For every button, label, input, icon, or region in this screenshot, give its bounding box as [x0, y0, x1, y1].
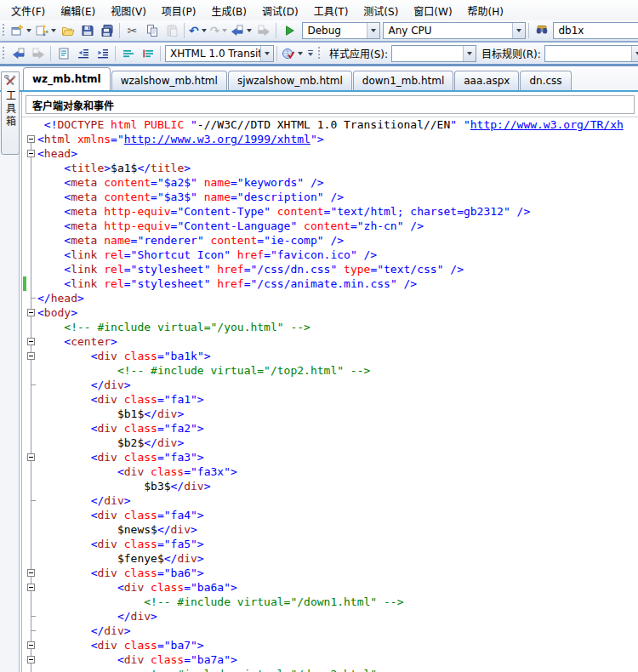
toolbar-overflow-button[interactable]	[305, 45, 316, 62]
menu-item-8[interactable]: 测试(S)	[356, 1, 406, 20]
code-line-20[interactable]: <div class="fa1">	[22, 392, 638, 407]
menu-item-1[interactable]: 文件(F)	[3, 1, 53, 20]
code-line-5[interactable]: <meta content="$a2$" name="keywords" />	[22, 175, 638, 190]
code-line-31[interactable]: $fenye$</div>	[22, 551, 638, 566]
paste-button[interactable]	[162, 21, 181, 40]
code-line-30[interactable]: <div class="fa5">	[22, 537, 638, 551]
navigate-backward-button[interactable]	[9, 44, 28, 63]
find-combo[interactable]: db1x	[553, 22, 638, 39]
tab-dn.css[interactable]: dn.css	[520, 71, 571, 90]
decrease-indent-button[interactable]	[73, 44, 93, 63]
toolbar-grip[interactable]	[2, 24, 6, 37]
code-line-17[interactable]: <div class="ba1k">	[22, 349, 638, 363]
code-line-36[interactable]: </div>	[22, 624, 638, 638]
tab-wz_mb.html[interactable]: wz_mb.html	[23, 67, 111, 90]
chevron-down-icon[interactable]	[631, 46, 638, 61]
menu-item-10[interactable]: 帮助(H)	[460, 1, 511, 20]
code-line-27[interactable]: </div>	[22, 493, 638, 508]
new-project-button[interactable]	[9, 21, 33, 40]
collapse-region-icon[interactable]	[27, 453, 35, 461]
code-line-23[interactable]: $b2$</div>	[22, 436, 638, 450]
code-line-19[interactable]: </div>	[22, 378, 638, 392]
code-line-21[interactable]: $b1$</div>	[22, 407, 638, 421]
code-line-11[interactable]: <link rel="stylesheet" href="/css/dn.css…	[22, 262, 638, 276]
code-line-14[interactable]: <body>	[22, 305, 638, 320]
code-editor[interactable]: <!DOCTYPE html PUBLIC "-//W3C//DTD XHTML…	[22, 117, 638, 672]
navigate-forward-button[interactable]	[253, 21, 273, 40]
code-line-29[interactable]: $news$</div>	[22, 522, 638, 537]
code-line-8[interactable]: <meta http-equiv="Content-Language" cont…	[22, 219, 638, 233]
menu-item-9[interactable]: 窗口(W)	[406, 1, 459, 20]
collapse-region-icon[interactable]	[27, 352, 35, 360]
code-line-38[interactable]: <div class="ba7a">	[22, 652, 638, 667]
code-line-6[interactable]: <meta content="$a3$" name="description" …	[22, 190, 638, 204]
chevron-down-icon[interactable]	[367, 23, 379, 38]
collapse-region-icon[interactable]	[27, 150, 35, 157]
sidebar-item-toolbox[interactable]: 工具箱	[1, 71, 20, 155]
tab-wzalshow_mb.html[interactable]: wzalshow_mb.html	[111, 71, 227, 90]
toolbar-grip[interactable]	[317, 47, 322, 60]
collapse-region-icon[interactable]	[27, 656, 35, 663]
collapse-region-icon[interactable]	[27, 309, 35, 316]
menu-item-6[interactable]: 调试(D)	[254, 1, 306, 20]
copy-button[interactable]	[142, 21, 162, 40]
code-line-12[interactable]: <link rel="stylesheet" href="/css/animat…	[22, 276, 638, 291]
tab-down1_mb.html[interactable]: down1_mb.html	[353, 71, 453, 90]
code-line-10[interactable]: <link rel="Shortcut Icon" href="favicon.…	[22, 248, 638, 262]
code-line-32[interactable]: <div class="ba6">	[22, 566, 638, 580]
uncomment-selection-button[interactable]	[138, 44, 157, 63]
toolbar-grip[interactable]	[2, 47, 6, 60]
code-line-15[interactable]: <!-- #include virtual="/you.html" -->	[22, 320, 638, 334]
code-line-28[interactable]: <div class="fa4">	[22, 508, 638, 522]
code-line-1[interactable]: <!DOCTYPE html PUBLIC "-//W3C//DTD XHTML…	[22, 117, 638, 132]
style-apply-combo[interactable]	[391, 45, 476, 62]
menu-item-4[interactable]: 项目(P)	[154, 1, 204, 20]
undo-button[interactable]: ↶	[187, 21, 208, 40]
chevron-down-icon[interactable]	[463, 46, 476, 61]
doctype-combo[interactable]: XHTML 1.0 Transitic	[165, 45, 274, 62]
menu-item-7[interactable]: 工具(T)	[306, 1, 356, 20]
client-objects-events-dropdown[interactable]: 客户端对象和事件	[26, 98, 114, 112]
redo-button[interactable]: ↷	[208, 21, 230, 40]
format-document-button[interactable]	[54, 44, 73, 63]
find-button[interactable]	[532, 21, 551, 40]
code-line-3[interactable]: <head>	[22, 146, 638, 161]
code-line-16[interactable]: <center>	[22, 334, 638, 349]
collapse-region-icon[interactable]	[27, 338, 35, 345]
comment-selection-button[interactable]	[118, 44, 138, 63]
collapse-region-icon[interactable]	[27, 641, 35, 649]
cut-button[interactable]: ✂	[122, 21, 142, 40]
code-line-7[interactable]: <meta http-equiv="Content-Type" content=…	[22, 204, 638, 219]
open-file-button[interactable]	[58, 21, 77, 40]
code-line-4[interactable]: <title>$a1$</title>	[22, 161, 638, 175]
add-new-item-button[interactable]	[33, 21, 58, 40]
solution-platform-combo[interactable]: Any CPU	[383, 22, 526, 39]
tab-sjwzalshow_mb.html[interactable]: sjwzalshow_mb.html	[228, 71, 352, 90]
chevron-down-icon[interactable]	[260, 46, 273, 61]
code-line-39[interactable]: <!-- #include virtual="/down2.html" -->	[22, 667, 638, 672]
target-rule-combo[interactable]	[544, 45, 638, 62]
code-line-9[interactable]: <meta name="renderer" content="ie-comp" …	[22, 233, 638, 248]
menu-item-2[interactable]: 编辑(E)	[53, 1, 103, 20]
code-line-13[interactable]: </head>	[22, 291, 638, 305]
code-line-35[interactable]: </div>	[22, 609, 638, 624]
collapse-region-icon[interactable]	[27, 569, 35, 577]
code-line-24[interactable]: <div class="fa3">	[22, 450, 638, 464]
code-line-34[interactable]: <!-- #include virtual="/down1.html" -->	[22, 595, 638, 609]
code-line-33[interactable]: <div class="ba6a">	[22, 580, 638, 595]
collapse-region-icon[interactable]	[27, 135, 35, 143]
increase-indent-button[interactable]	[93, 44, 112, 63]
tab-aaa.aspx[interactable]: aaa.aspx	[454, 71, 519, 90]
check-page-validity-button[interactable]	[280, 44, 305, 63]
save-all-button[interactable]	[97, 21, 117, 40]
code-line-25[interactable]: <div class="fa3x">	[22, 464, 638, 479]
chevron-down-icon[interactable]	[512, 23, 525, 38]
code-line-2[interactable]: <html xmlns="http://www.w3.org/1999/xhtm…	[22, 132, 638, 146]
save-button[interactable]	[77, 21, 97, 40]
code-navigation-bar[interactable]: 客户端对象和事件	[26, 95, 635, 114]
solution-configuration-combo[interactable]: Debug	[302, 22, 380, 39]
menu-item-3[interactable]: 视图(V)	[103, 1, 154, 20]
navigate-backward-button[interactable]	[229, 21, 253, 40]
code-line-26[interactable]: $b3$</div>	[22, 479, 638, 493]
code-line-37[interactable]: <div class="ba7">	[22, 638, 638, 652]
